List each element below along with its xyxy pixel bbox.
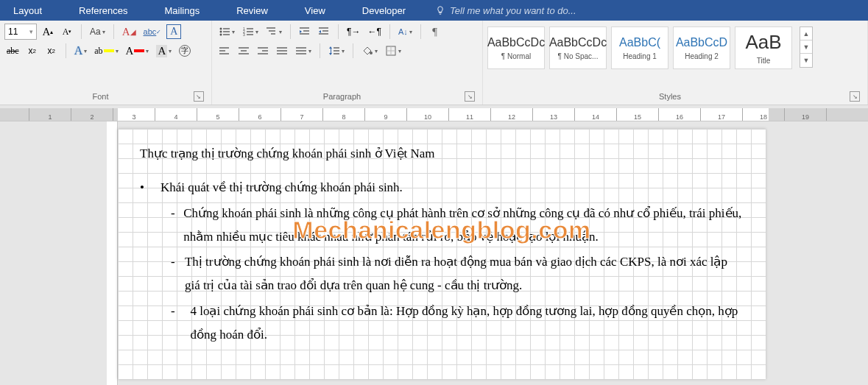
- dash-1: Chứng khoán phái sinh là những công cụ p…: [183, 202, 744, 250]
- svg-rect-26: [239, 53, 249, 54]
- shrink-font-button[interactable]: A▾: [59, 24, 75, 40]
- tell-me-search[interactable]: Tell me what you want to do...: [435, 5, 576, 16]
- justify-button[interactable]: [274, 43, 290, 59]
- styles-scroll: ▲ ▼ ▼: [800, 27, 813, 68]
- svg-rect-16: [303, 30, 309, 32]
- character-shading-button[interactable]: A: [154, 43, 174, 59]
- line-spacing-button[interactable]: [326, 43, 347, 59]
- svg-rect-22: [219, 50, 225, 52]
- svg-rect-23: [219, 53, 229, 54]
- styles-expand[interactable]: ▼: [800, 54, 812, 67]
- paragraph-group: 123 ¶→ ←¶ A↓ ¶: [212, 21, 483, 105]
- tab-references[interactable]: References: [71, 2, 135, 19]
- svg-point-0: [220, 28, 222, 30]
- styles-scroll-down[interactable]: ▼: [800, 40, 812, 54]
- multilevel-list-button[interactable]: [264, 24, 284, 40]
- svg-rect-32: [277, 53, 287, 54]
- align-left-button[interactable]: [216, 43, 233, 59]
- ribbon-tabs: Layout References Mailings Review View D…: [0, 0, 868, 21]
- phonetic-guide-button[interactable]: abc✓: [141, 24, 164, 40]
- page[interactable]: Thực trạng thị trường chứng khoán phái s…: [118, 129, 766, 379]
- svg-rect-12: [267, 27, 275, 29]
- lightbulb-icon: [435, 5, 445, 15]
- dash-mark: -: [171, 250, 185, 298]
- font-color-button[interactable]: A: [124, 43, 152, 59]
- superscript-button[interactable]: x2: [43, 43, 60, 59]
- svg-point-2: [220, 31, 222, 33]
- svg-rect-5: [223, 34, 230, 35]
- clear-formatting-button[interactable]: A◢: [120, 24, 138, 40]
- styles-group: AaBbCcDc¶ Normal AaBbCcDc¶ No Spac... Aa…: [483, 21, 868, 105]
- linespacing-icon: [328, 45, 340, 57]
- svg-rect-15: [300, 27, 309, 29]
- svg-rect-25: [241, 50, 247, 52]
- increase-indent-button[interactable]: [316, 24, 332, 40]
- document-content[interactable]: Thực trạng thị trường chứng khoán phái s…: [118, 129, 766, 361]
- distributed-button[interactable]: [293, 43, 314, 59]
- dash-2: Thị trường chứng khoán phái sinh là nơi …: [185, 250, 744, 298]
- style-title[interactable]: AaBTitle: [735, 27, 792, 69]
- svg-rect-7: [247, 28, 253, 29]
- svg-rect-18: [319, 27, 328, 29]
- dash-mark: -: [171, 202, 183, 250]
- vertical-ruler[interactable]: [107, 121, 118, 385]
- svg-rect-31: [277, 50, 287, 52]
- grow-font-button[interactable]: A▴: [40, 24, 56, 40]
- font-group-label: Font: [92, 92, 108, 101]
- bullet-mark: •: [140, 176, 160, 199]
- tab-layout[interactable]: Layout: [6, 2, 49, 19]
- borders-button[interactable]: [383, 43, 403, 59]
- tab-mailings[interactable]: Mailings: [158, 2, 208, 19]
- bullets-button[interactable]: [216, 24, 237, 40]
- svg-point-4: [220, 34, 222, 36]
- decrease-indent-button[interactable]: [297, 24, 313, 40]
- ruler-area: 1 2 3 4 5 6 7 8 9 10 11 12 13 14 15 16 1…: [0, 105, 868, 121]
- style-normal[interactable]: AaBbCcDc¶ Normal: [487, 27, 545, 69]
- paragraph-dialog-launcher[interactable]: ↘: [465, 91, 475, 102]
- character-border-button[interactable]: A: [166, 24, 181, 39]
- font-size-input[interactable]: 11▾: [4, 24, 37, 40]
- text-effects-button[interactable]: A: [72, 43, 90, 59]
- enclose-characters-button[interactable]: 字: [177, 43, 193, 59]
- svg-rect-34: [296, 50, 306, 52]
- svg-rect-9: [247, 31, 253, 32]
- svg-rect-17: [300, 33, 309, 35]
- styles-dialog-launcher[interactable]: ↘: [850, 91, 860, 102]
- sort-button[interactable]: A↓: [396, 24, 414, 40]
- svg-point-40: [370, 52, 373, 54]
- style-no-spacing[interactable]: AaBbCcDc¶ No Spac...: [549, 27, 607, 69]
- strikethrough-button[interactable]: abc: [4, 43, 21, 59]
- justify-icon: [276, 45, 288, 57]
- bucket-icon: [361, 45, 373, 57]
- svg-rect-27: [258, 47, 268, 49]
- align-right-icon: [257, 45, 269, 57]
- numbering-button[interactable]: 123: [240, 24, 261, 40]
- svg-rect-1: [223, 28, 230, 29]
- shading-button[interactable]: [359, 43, 380, 59]
- dash-3: 4 loại chứng khoán phái sinh cơ bản là: …: [190, 300, 744, 347]
- tab-view[interactable]: View: [297, 2, 333, 19]
- ltr-button[interactable]: ¶→: [345, 24, 362, 40]
- style-heading2[interactable]: AaBbCcDHeading 2: [673, 27, 730, 69]
- horizontal-ruler[interactable]: 1 2 3 4 5 6 7 8 9 10 11 12 13 14 15 16 1…: [0, 108, 868, 121]
- tab-review[interactable]: Review: [229, 2, 275, 19]
- borders-icon: [385, 45, 397, 57]
- style-heading1[interactable]: AaBbC(Heading 1: [611, 27, 668, 69]
- tab-developer[interactable]: Developer: [355, 2, 413, 19]
- font-dialog-launcher[interactable]: ↘: [194, 91, 204, 102]
- show-marks-button[interactable]: ¶: [427, 24, 443, 40]
- rtl-button[interactable]: ←¶: [365, 24, 383, 40]
- align-center-icon: [238, 45, 250, 57]
- highlight-button[interactable]: ab: [92, 43, 120, 59]
- svg-rect-3: [223, 31, 230, 32]
- subscript-button[interactable]: x2: [24, 43, 40, 59]
- align-center-button[interactable]: [236, 43, 252, 59]
- bullet-1: Khái quát về thị trường chứng khoán phái…: [160, 176, 403, 199]
- styles-scroll-up[interactable]: ▲: [800, 27, 812, 40]
- change-case-button[interactable]: Aa: [88, 24, 107, 40]
- align-right-button[interactable]: [255, 43, 271, 59]
- outdent-icon: [299, 26, 311, 38]
- svg-rect-36: [331, 48, 331, 54]
- svg-rect-28: [262, 50, 268, 52]
- tell-me-placeholder: Tell me what you want to do...: [450, 5, 576, 16]
